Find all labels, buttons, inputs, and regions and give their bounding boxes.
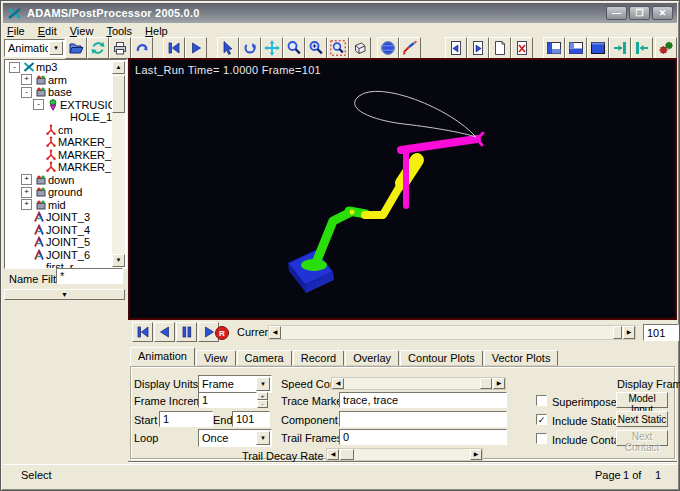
select-button[interactable] bbox=[217, 37, 239, 59]
delete-page-button[interactable] bbox=[511, 37, 533, 59]
include-contacts-checkbox[interactable] bbox=[536, 433, 547, 444]
tab-record[interactable]: Record bbox=[293, 350, 344, 366]
expand-icon[interactable]: + bbox=[21, 187, 32, 198]
reload-button[interactable] bbox=[87, 37, 109, 59]
name-filter-input[interactable] bbox=[56, 268, 123, 284]
expand-icon[interactable]: + bbox=[21, 74, 32, 85]
menu-view[interactable]: View bbox=[70, 25, 94, 37]
slider-thumb[interactable] bbox=[613, 326, 622, 339]
scroll-down-icon[interactable]: ▼ bbox=[112, 254, 125, 267]
tree-item-joint_5[interactable]: JOINT_5 bbox=[6, 236, 112, 249]
shaded-view-button[interactable] bbox=[377, 37, 399, 59]
scrollbar-thumb[interactable] bbox=[112, 75, 125, 113]
previous-page-button[interactable] bbox=[445, 37, 467, 59]
slider-right-icon[interactable]: ▶ bbox=[470, 449, 482, 460]
tab-vector-plots[interactable]: Vector Plots bbox=[484, 350, 559, 366]
record-button[interactable]: R bbox=[214, 324, 231, 341]
close-button[interactable]: ✕ bbox=[652, 6, 673, 20]
expand-icon[interactable]: + bbox=[21, 174, 32, 185]
tree-item-extrusion_1[interactable]: -EXTRUSION_1 bbox=[6, 99, 112, 112]
include-static-checkbox[interactable]: ✓ bbox=[536, 414, 547, 425]
slider-thumb[interactable] bbox=[340, 449, 354, 460]
animation-viewport[interactable]: Last_Run Time= 1.0000 Frame=101 bbox=[128, 58, 677, 320]
tree-item-mid[interactable]: +mid bbox=[6, 199, 112, 212]
loop-select[interactable]: Once ▼ bbox=[198, 429, 272, 447]
transfer-back-button[interactable] bbox=[631, 37, 653, 59]
component-input[interactable] bbox=[339, 411, 507, 427]
frame-increment-input[interactable] bbox=[198, 392, 257, 408]
layout-left-button[interactable] bbox=[543, 37, 565, 59]
menu-file[interactable]: File bbox=[7, 25, 25, 37]
expand-icon[interactable]: + bbox=[21, 199, 32, 210]
pause-button[interactable] bbox=[176, 322, 197, 342]
tab-view[interactable]: View bbox=[196, 350, 236, 366]
perspective-button[interactable] bbox=[349, 37, 371, 59]
zoom-button[interactable] bbox=[283, 37, 305, 59]
spin-down-icon[interactable]: - bbox=[257, 400, 268, 408]
chevron-down-icon[interactable]: ▼ bbox=[49, 41, 63, 55]
frame-slider[interactable]: ◀ ▶ bbox=[268, 325, 636, 340]
tree-item-cm[interactable]: cm bbox=[6, 124, 112, 137]
model-input-button[interactable]: Model Input bbox=[616, 392, 668, 408]
end-input[interactable] bbox=[232, 411, 270, 427]
speed-control-slider[interactable]: ◀ ▶ bbox=[331, 377, 506, 390]
skip-to-start-button[interactable] bbox=[132, 322, 153, 342]
tree-item-joint_3[interactable]: JOINT_3 bbox=[6, 211, 112, 224]
tree-item-first_r[interactable]: first_r bbox=[6, 261, 112, 268]
slider-right-icon[interactable]: ▶ bbox=[623, 326, 635, 339]
tree-item-joint_6[interactable]: JOINT_6 bbox=[6, 249, 112, 262]
undo-button[interactable] bbox=[131, 37, 153, 59]
play-forward-button[interactable] bbox=[185, 37, 207, 59]
transfer-forward-button[interactable] bbox=[609, 37, 631, 59]
sidebar-collapse-button[interactable]: ▼ bbox=[4, 289, 125, 300]
collapse-icon[interactable]: - bbox=[21, 87, 32, 98]
slider-left-icon[interactable]: ◀ bbox=[269, 326, 281, 339]
collapse-icon[interactable]: - bbox=[33, 99, 44, 110]
tab-contour-plots[interactable]: Contour Plots bbox=[400, 350, 483, 366]
spin-up-icon[interactable]: + bbox=[257, 392, 268, 400]
tree-item-marker_1[interactable]: MARKER_1 bbox=[6, 136, 112, 149]
menu-edit[interactable]: Edit bbox=[38, 25, 57, 37]
frame-increment-stepper[interactable]: + - bbox=[257, 392, 268, 408]
skip-to-start-button[interactable] bbox=[163, 37, 185, 59]
display-units-select[interactable]: Frame ▼ bbox=[198, 375, 272, 393]
zoom-in-button[interactable] bbox=[305, 37, 327, 59]
frame-number-input[interactable] bbox=[643, 324, 679, 341]
minimize-button[interactable]: — bbox=[606, 6, 627, 20]
tree-item-down[interactable]: +down bbox=[6, 174, 112, 187]
tree-item-arm[interactable]: +arm bbox=[6, 74, 112, 87]
tree-item-ground[interactable]: +ground bbox=[6, 186, 112, 199]
scroll-up-icon[interactable]: ▲ bbox=[112, 61, 125, 74]
tree-item-marker_27[interactable]: MARKER_27 bbox=[6, 149, 112, 162]
tree-item-joint_4[interactable]: JOINT_4 bbox=[6, 224, 112, 237]
chevron-down-icon[interactable]: ▼ bbox=[256, 431, 270, 445]
curve-edit-button[interactable] bbox=[399, 37, 421, 59]
tree-item-marker_31[interactable]: MARKER_31 bbox=[6, 161, 112, 174]
play-reverse-button[interactable] bbox=[154, 322, 175, 342]
trail-decay-slider[interactable]: ◀ ▶ bbox=[326, 448, 483, 461]
start-input[interactable] bbox=[159, 411, 213, 427]
menu-tools[interactable]: Tools bbox=[106, 25, 132, 37]
slider-left-icon[interactable]: ◀ bbox=[327, 449, 339, 460]
menu-help[interactable]: Help bbox=[145, 25, 168, 37]
rotate-view-button[interactable] bbox=[239, 37, 261, 59]
mode-select[interactable]: Animation ▼ bbox=[4, 39, 65, 57]
restore-button[interactable]: ❐ bbox=[629, 6, 650, 20]
layout-bottom-button[interactable] bbox=[565, 37, 587, 59]
superimpose-checkbox[interactable] bbox=[536, 395, 547, 406]
tree-scrollbar[interactable]: ▲ ▼ bbox=[112, 61, 125, 267]
preferences-button[interactable] bbox=[655, 37, 677, 59]
trace-marker-input[interactable] bbox=[339, 392, 507, 408]
pan-view-button[interactable] bbox=[261, 37, 283, 59]
tree-item-base[interactable]: -base bbox=[6, 86, 112, 99]
next-static-button[interactable]: Next Static bbox=[616, 411, 668, 427]
tab-animation[interactable]: Animation bbox=[130, 347, 195, 366]
slider-thumb[interactable] bbox=[480, 378, 492, 389]
chevron-down-icon[interactable]: ▼ bbox=[256, 377, 270, 391]
next-page-button[interactable] bbox=[467, 37, 489, 59]
tab-camera[interactable]: Camera bbox=[237, 350, 292, 366]
zoom-window-button[interactable] bbox=[327, 37, 349, 59]
tree-item-hole_1[interactable]: HOLE_1 bbox=[6, 111, 112, 124]
next-contact-button[interactable]: Next Contact bbox=[616, 430, 668, 446]
slider-right-icon[interactable]: ▶ bbox=[493, 378, 505, 389]
